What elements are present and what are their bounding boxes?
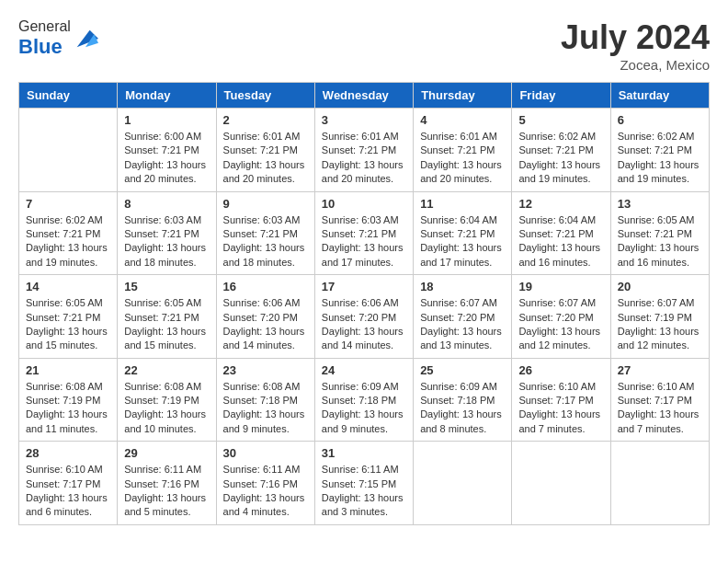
day-number: 10 (322, 197, 406, 211)
location: Zocea, Mexico (561, 57, 710, 73)
day-number: 5 (518, 113, 603, 127)
logo-icon (73, 26, 98, 52)
day-number: 28 (26, 446, 110, 460)
day-info: Sunrise: 6:09 AMSunset: 7:18 PMDaylight:… (420, 380, 505, 437)
day-number: 17 (322, 280, 406, 293)
day-info: Sunrise: 6:10 AMSunset: 7:17 PMDaylight:… (26, 463, 110, 520)
day-number: 12 (518, 197, 603, 211)
calendar-cell: 5Sunrise: 6:02 AMSunset: 7:21 PMDaylight… (512, 109, 610, 192)
calendar-cell (610, 442, 709, 525)
calendar-cell: 22Sunrise: 6:08 AMSunset: 7:19 PMDayligh… (118, 358, 216, 442)
calendar-cell: 17Sunrise: 6:06 AMSunset: 7:20 PMDayligh… (314, 275, 413, 359)
day-number: 7 (26, 197, 110, 211)
day-number: 20 (618, 280, 702, 293)
day-info: Sunrise: 6:03 AMSunset: 7:21 PMDaylight:… (322, 213, 406, 270)
day-number: 8 (124, 197, 209, 211)
day-info: Sunrise: 6:05 AMSunset: 7:21 PMDaylight:… (618, 213, 702, 270)
day-info: Sunrise: 6:11 AMSunset: 7:16 PMDaylight:… (223, 463, 308, 520)
day-number: 9 (223, 197, 308, 211)
day-info: Sunrise: 6:08 AMSunset: 7:18 PMDaylight:… (223, 380, 308, 437)
calendar-cell: 20Sunrise: 6:07 AMSunset: 7:19 PMDayligh… (610, 275, 709, 359)
calendar-cell: 31Sunrise: 6:11 AMSunset: 7:15 PMDayligh… (314, 442, 413, 525)
calendar-cell (512, 442, 610, 525)
calendar-cell: 14Sunrise: 6:05 AMSunset: 7:21 PMDayligh… (19, 275, 118, 359)
day-number: 14 (26, 280, 110, 293)
day-number: 19 (518, 280, 603, 293)
day-info: Sunrise: 6:05 AMSunset: 7:21 PMDaylight:… (124, 296, 209, 353)
weekday-header-row: SundayMondayTuesdayWednesdayThursdayFrid… (19, 83, 710, 109)
day-info: Sunrise: 6:02 AMSunset: 7:21 PMDaylight:… (518, 130, 603, 187)
calendar-cell: 1Sunrise: 6:00 AMSunset: 7:21 PMDaylight… (118, 109, 216, 192)
day-number: 26 (518, 363, 603, 377)
calendar-cell: 19Sunrise: 6:07 AMSunset: 7:20 PMDayligh… (512, 275, 610, 359)
day-number: 11 (420, 197, 505, 211)
calendar-cell: 16Sunrise: 6:06 AMSunset: 7:20 PMDayligh… (216, 275, 314, 359)
calendar-cell: 26Sunrise: 6:10 AMSunset: 7:17 PMDayligh… (512, 358, 610, 442)
calendar-cell: 11Sunrise: 6:04 AMSunset: 7:21 PMDayligh… (414, 191, 512, 275)
weekday-header-saturday: Saturday (610, 83, 709, 109)
day-info: Sunrise: 6:01 AMSunset: 7:21 PMDaylight:… (322, 130, 406, 187)
weekday-header-friday: Friday (512, 83, 610, 109)
day-info: Sunrise: 6:04 AMSunset: 7:21 PMDaylight:… (518, 213, 603, 270)
day-info: Sunrise: 6:01 AMSunset: 7:21 PMDaylight:… (223, 130, 308, 187)
day-number: 6 (618, 113, 702, 127)
calendar-cell: 28Sunrise: 6:10 AMSunset: 7:17 PMDayligh… (19, 442, 118, 525)
calendar-week-row: 28Sunrise: 6:10 AMSunset: 7:17 PMDayligh… (19, 442, 710, 525)
day-number: 22 (124, 363, 209, 377)
day-number: 29 (124, 446, 209, 460)
day-number: 21 (26, 363, 110, 377)
calendar-cell: 12Sunrise: 6:04 AMSunset: 7:21 PMDayligh… (512, 191, 610, 275)
day-number: 1 (124, 113, 209, 127)
day-number: 25 (420, 363, 505, 377)
calendar-cell: 23Sunrise: 6:08 AMSunset: 7:18 PMDayligh… (216, 358, 314, 442)
day-number: 3 (322, 113, 406, 127)
day-info: Sunrise: 6:07 AMSunset: 7:19 PMDaylight:… (618, 296, 702, 353)
day-number: 18 (420, 280, 505, 293)
day-number: 27 (618, 363, 702, 377)
day-info: Sunrise: 6:09 AMSunset: 7:18 PMDaylight:… (322, 380, 406, 437)
day-info: Sunrise: 6:03 AMSunset: 7:21 PMDaylight:… (223, 213, 308, 270)
day-number: 15 (124, 280, 209, 293)
title-block: July 2024 Zocea, Mexico (561, 18, 710, 73)
calendar-cell: 4Sunrise: 6:01 AMSunset: 7:21 PMDaylight… (414, 109, 512, 192)
logo-general-text: General (18, 18, 71, 34)
calendar-cell: 7Sunrise: 6:02 AMSunset: 7:21 PMDaylight… (19, 191, 118, 275)
calendar-cell: 9Sunrise: 6:03 AMSunset: 7:21 PMDaylight… (216, 191, 314, 275)
weekday-header-thursday: Thursday (414, 83, 512, 109)
day-number: 4 (420, 113, 505, 127)
day-number: 2 (223, 113, 308, 127)
calendar-cell: 15Sunrise: 6:05 AMSunset: 7:21 PMDayligh… (118, 275, 216, 359)
day-info: Sunrise: 6:04 AMSunset: 7:21 PMDaylight:… (420, 213, 505, 270)
calendar-cell (414, 442, 512, 525)
page-header: General Blue July 2024 Zocea, Mexico (18, 18, 710, 73)
calendar-cell: 24Sunrise: 6:09 AMSunset: 7:18 PMDayligh… (314, 358, 413, 442)
day-info: Sunrise: 6:00 AMSunset: 7:21 PMDaylight:… (124, 130, 209, 187)
calendar-week-row: 14Sunrise: 6:05 AMSunset: 7:21 PMDayligh… (19, 275, 710, 359)
calendar-cell: 27Sunrise: 6:10 AMSunset: 7:17 PMDayligh… (610, 358, 709, 442)
day-info: Sunrise: 6:05 AMSunset: 7:21 PMDaylight:… (26, 296, 110, 353)
calendar-cell: 30Sunrise: 6:11 AMSunset: 7:16 PMDayligh… (216, 442, 314, 525)
day-number: 23 (223, 363, 308, 377)
day-info: Sunrise: 6:07 AMSunset: 7:20 PMDaylight:… (518, 296, 603, 353)
weekday-header-tuesday: Tuesday (216, 83, 314, 109)
day-number: 13 (618, 197, 702, 211)
calendar-cell: 8Sunrise: 6:03 AMSunset: 7:21 PMDaylight… (118, 191, 216, 275)
weekday-header-sunday: Sunday (19, 83, 118, 109)
calendar-cell: 10Sunrise: 6:03 AMSunset: 7:21 PMDayligh… (314, 191, 413, 275)
day-info: Sunrise: 6:11 AMSunset: 7:15 PMDaylight:… (322, 463, 406, 520)
calendar-cell: 18Sunrise: 6:07 AMSunset: 7:20 PMDayligh… (414, 275, 512, 359)
day-info: Sunrise: 6:06 AMSunset: 7:20 PMDaylight:… (223, 296, 308, 353)
day-number: 30 (223, 446, 308, 460)
weekday-header-monday: Monday (118, 83, 216, 109)
day-info: Sunrise: 6:11 AMSunset: 7:16 PMDaylight:… (124, 463, 209, 520)
day-info: Sunrise: 6:08 AMSunset: 7:19 PMDaylight:… (26, 380, 110, 437)
calendar-cell: 3Sunrise: 6:01 AMSunset: 7:21 PMDaylight… (314, 109, 413, 192)
day-number: 24 (322, 363, 406, 377)
calendar-week-row: 7Sunrise: 6:02 AMSunset: 7:21 PMDaylight… (19, 191, 710, 275)
logo: General Blue (18, 18, 98, 59)
calendar-cell (19, 109, 118, 192)
logo-blue-text: Blue (18, 35, 63, 58)
month-title: July 2024 (561, 18, 710, 57)
day-info: Sunrise: 6:07 AMSunset: 7:20 PMDaylight:… (420, 296, 505, 353)
calendar-cell: 6Sunrise: 6:02 AMSunset: 7:21 PMDaylight… (610, 109, 709, 192)
